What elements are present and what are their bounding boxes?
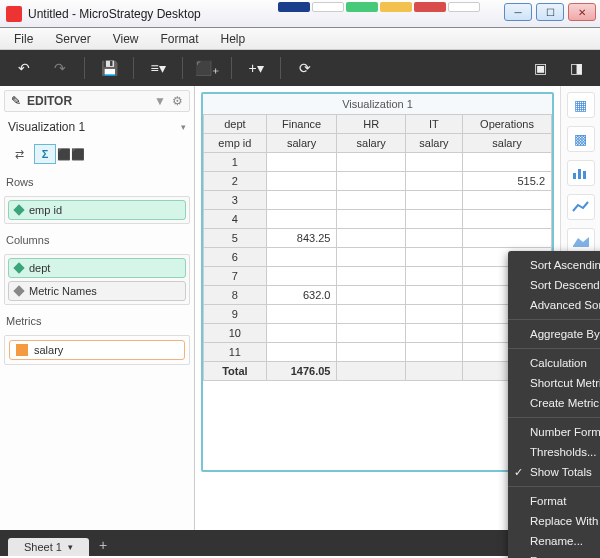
ctx-adv-sort[interactable]: Advanced Sort... (508, 295, 600, 315)
cell[interactable]: 515.2 (462, 172, 551, 191)
table-row[interactable]: 10 (204, 324, 552, 343)
heatmap-viz-icon[interactable]: ▩ (567, 126, 595, 152)
insert-viz-button[interactable]: ⬛₊ (193, 55, 221, 81)
ctx-show-totals[interactable]: Show Totals (508, 462, 600, 482)
cell[interactable] (337, 172, 405, 191)
menu-server[interactable]: Server (45, 30, 100, 48)
table-row[interactable]: 1 (204, 153, 552, 172)
metrics-dropzone[interactable]: salary (4, 335, 190, 365)
cell[interactable] (337, 229, 405, 248)
ctx-sort-asc[interactable]: Sort Ascending (508, 255, 600, 275)
cell[interactable] (266, 267, 337, 286)
table-row[interactable]: 11 486.2 (204, 343, 552, 362)
cell[interactable] (337, 343, 405, 362)
ctx-rename[interactable]: Rename... (508, 531, 600, 551)
cell[interactable]: 632.0 (266, 286, 337, 305)
cell[interactable] (405, 248, 462, 267)
columns-dropzone[interactable]: dept Metric Names (4, 254, 190, 305)
add-sheet-button[interactable]: + (91, 534, 115, 556)
cell[interactable] (266, 153, 337, 172)
cell[interactable] (462, 229, 551, 248)
save-button[interactable]: 💾 (95, 55, 123, 81)
cell[interactable] (462, 191, 551, 210)
table-row[interactable]: 3 (204, 191, 552, 210)
refresh-button[interactable]: ⟳ (291, 55, 319, 81)
cell[interactable] (337, 305, 405, 324)
pill-metricnames[interactable]: Metric Names (8, 281, 186, 301)
cell[interactable] (405, 343, 462, 362)
pill-empid[interactable]: emp id (8, 200, 186, 220)
table-row[interactable]: 9 (204, 305, 552, 324)
cell[interactable] (337, 324, 405, 343)
sub-salary[interactable]: salary (266, 134, 337, 153)
ctx-create-metric[interactable]: Create Metric... (508, 393, 600, 413)
col-ops[interactable]: Operations (462, 115, 551, 134)
sub-salary[interactable]: salary (337, 134, 405, 153)
ctx-shortcut-metric[interactable]: Shortcut Metric▶ (508, 373, 600, 393)
visualization-frame[interactable]: Visualization 1 dept Finance HR IT Opera… (201, 92, 554, 472)
cell[interactable] (462, 210, 551, 229)
pill-salary[interactable]: salary (9, 340, 185, 360)
ctx-calculation[interactable]: Calculation▶ (508, 353, 600, 373)
cell[interactable] (266, 210, 337, 229)
ctx-aggregate-by[interactable]: Aggregate By▶ (508, 324, 600, 344)
ctx-remove[interactable]: Remove (508, 551, 600, 558)
cell[interactable] (337, 153, 405, 172)
table-row[interactable]: 5 843.25 (204, 229, 552, 248)
col-hr[interactable]: HR (337, 115, 405, 134)
line-viz-icon[interactable] (567, 194, 595, 220)
pill-dept[interactable]: dept (8, 258, 186, 278)
sigma-icon[interactable]: Σ (34, 144, 56, 164)
menu-format[interactable]: Format (150, 30, 208, 48)
cell[interactable] (405, 210, 462, 229)
cell[interactable] (337, 286, 405, 305)
menu-help[interactable]: Help (211, 30, 256, 48)
col-dept[interactable]: dept (204, 115, 267, 134)
cell[interactable] (266, 324, 337, 343)
table-row[interactable]: 4 (204, 210, 552, 229)
cell[interactable] (337, 267, 405, 286)
cell[interactable] (405, 229, 462, 248)
filter-icon[interactable]: ▼ (154, 94, 166, 108)
cell[interactable] (337, 248, 405, 267)
sub-salary[interactable]: salary (405, 134, 462, 153)
swap-icon[interactable]: ⇄ (8, 144, 30, 164)
data-grid[interactable]: dept Finance HR IT Operations emp id sal… (203, 114, 552, 381)
sub-salary[interactable]: salary (462, 134, 551, 153)
panel-toggle-button[interactable]: ◨ (562, 55, 590, 81)
chevron-down-icon[interactable]: ▾ (68, 542, 73, 552)
rows-dropzone[interactable]: emp id (4, 196, 190, 224)
cell[interactable] (462, 153, 551, 172)
cell[interactable] (405, 324, 462, 343)
cell[interactable] (405, 267, 462, 286)
ctx-number-format[interactable]: Number Format▶ (508, 422, 600, 442)
minimize-button[interactable]: ─ (504, 3, 532, 21)
maximize-button[interactable]: ☐ (536, 3, 564, 21)
undo-button[interactable]: ↶ (10, 55, 38, 81)
add-button[interactable]: +▾ (242, 55, 270, 81)
viz-selector[interactable]: Visualization 1 ▾ (4, 118, 190, 136)
cell[interactable] (405, 286, 462, 305)
cell[interactable] (405, 172, 462, 191)
ctx-sort-desc[interactable]: Sort Descending (508, 275, 600, 295)
cell[interactable] (266, 172, 337, 191)
cell[interactable] (337, 191, 405, 210)
bars-icon[interactable]: ⬛⬛ (60, 144, 82, 164)
grid-viz-icon[interactable]: ▦ (567, 92, 595, 118)
gear-icon[interactable]: ⚙ (172, 94, 183, 108)
data-button[interactable]: ≡▾ (144, 55, 172, 81)
cell[interactable] (405, 305, 462, 324)
cell[interactable] (337, 210, 405, 229)
close-button[interactable]: ✕ (568, 3, 596, 21)
table-row[interactable]: 8 632.0 (204, 286, 552, 305)
cell[interactable]: 843.25 (266, 229, 337, 248)
cell[interactable] (266, 343, 337, 362)
ctx-format[interactable]: Format (508, 491, 600, 511)
col-finance[interactable]: Finance (266, 115, 337, 134)
table-row[interactable]: 6 (204, 248, 552, 267)
ctx-replace-with[interactable]: Replace With▶ (508, 511, 600, 531)
cell[interactable] (266, 191, 337, 210)
col-it[interactable]: IT (405, 115, 462, 134)
redo-button[interactable]: ↷ (46, 55, 74, 81)
table-row[interactable]: 7 722.5 (204, 267, 552, 286)
